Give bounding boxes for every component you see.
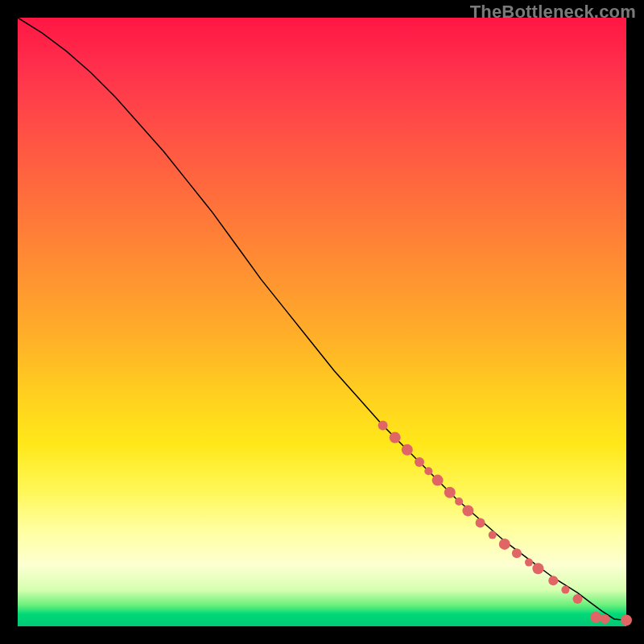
watermark-text: TheBottleneck.com: [470, 2, 636, 23]
data-marker: [402, 444, 413, 456]
marker-group: [378, 421, 632, 626]
data-marker: [525, 559, 533, 567]
data-marker: [532, 563, 543, 574]
data-marker: [561, 586, 569, 594]
bottleneck-curve: [18, 18, 626, 620]
data-marker: [489, 531, 497, 539]
data-marker: [378, 421, 388, 431]
data-marker: [390, 432, 401, 444]
data-marker: [499, 539, 510, 550]
data-marker: [424, 467, 432, 475]
data-marker: [512, 548, 522, 558]
data-marker: [476, 518, 485, 528]
plot-area: [18, 18, 626, 626]
data-marker: [621, 614, 632, 625]
data-marker: [432, 475, 444, 486]
data-marker: [548, 576, 558, 585]
data-marker: [462, 505, 473, 516]
data-marker: [415, 457, 424, 467]
data-marker: [444, 487, 456, 498]
data-marker: [573, 594, 583, 604]
data-marker: [455, 497, 463, 506]
data-marker: [601, 614, 610, 624]
data-marker: [590, 612, 601, 623]
chart-frame: TheBottleneck.com: [0, 0, 644, 644]
chart-overlay: [18, 18, 626, 626]
